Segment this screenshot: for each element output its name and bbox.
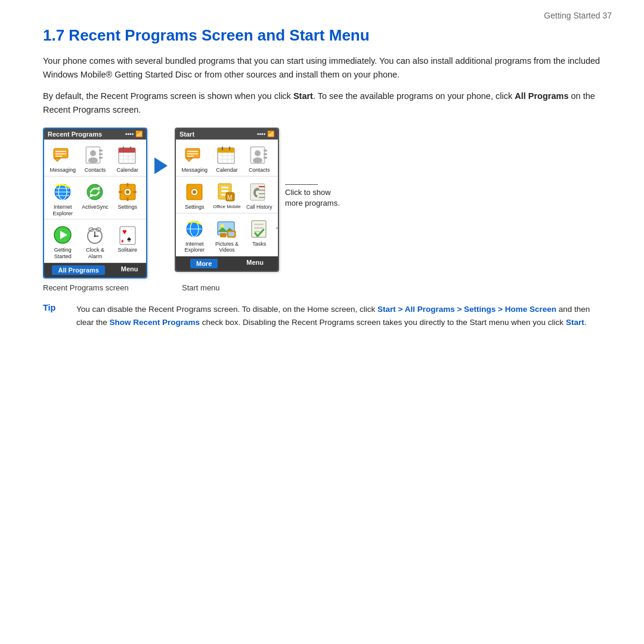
screen2-call-history: Call History [244, 181, 275, 210]
screen2-row1: Messaging [176, 140, 278, 177]
screen1-menu-btn[interactable]: Menu [121, 265, 138, 275]
clock-icon [84, 224, 106, 246]
svg-rect-96 [254, 227, 264, 229]
screen1-solitaire: ♥ ♠ ♦ Solitaire [112, 224, 143, 260]
screen2-office-mobile: M Office Mobile [211, 181, 242, 210]
screen2-row2: Settings M Office Mobile [176, 177, 278, 213]
screen1-settings: Settings [112, 181, 143, 217]
header-text: Getting Started 37 [544, 11, 612, 20]
svg-rect-35 [119, 191, 122, 193]
tip-label: Tip [43, 303, 66, 329]
screen1-settings-label: Settings [118, 204, 138, 210]
svg-point-27 [87, 184, 103, 200]
screen2-calendar: Calendar [211, 144, 242, 174]
svg-point-66 [255, 150, 261, 156]
svg-rect-34 [126, 197, 128, 201]
arrow-right-icon [154, 157, 168, 174]
screen1-getting-started: Getting Started [47, 224, 78, 260]
svg-rect-91 [220, 233, 226, 237]
screen1-row3: Getting Started Clock & Alarm [44, 219, 146, 263]
screen1-activesync: ActiveSync [79, 181, 110, 217]
svg-text:M: M [227, 194, 232, 201]
paragraph-2: By default, the Recent Programs screen i… [43, 89, 601, 117]
svg-rect-33 [126, 183, 128, 187]
captions-row: Recent Programs screen Start menu [43, 283, 601, 292]
screen2-pictures: Pictures & Videos [211, 218, 242, 254]
screen1-contacts-label: Contacts [85, 167, 106, 174]
solitaire-icon: ♥ ♠ ♦ [117, 224, 138, 246]
svg-rect-75 [221, 187, 228, 188]
paragraph-1: Your phone comes with several bundled pr… [43, 54, 601, 82]
chapter-title: 1.7 Recent Programs Screen and Start Men… [43, 26, 601, 45]
screen1-all-programs-btn[interactable]: All Programs [52, 265, 104, 275]
svg-point-8 [88, 157, 98, 163]
callout-area: Click to show more programs. [285, 184, 340, 209]
start-screen: Start ▪▪▪▪ 📶 Messaging [175, 128, 279, 272]
svg-rect-77 [221, 194, 226, 196]
svg-rect-68 [264, 150, 267, 151]
svg-rect-76 [221, 190, 228, 192]
screen2-messaging: Messaging [179, 144, 210, 174]
svg-rect-56 [218, 151, 234, 153]
screen1-row1: Messaging Contacts [44, 140, 146, 177]
svg-rect-70 [264, 157, 267, 159]
screen1-activesync-label: ActiveSync [82, 204, 109, 210]
screen2-titlebar: Start ▪▪▪▪ 📶 [176, 129, 278, 140]
svg-point-73 [193, 190, 196, 194]
svg-rect-9 [99, 150, 103, 151]
svg-rect-14 [119, 151, 135, 153]
screen1-contacts: Contacts [79, 144, 110, 174]
screen1-calendar: Calendar [112, 144, 143, 174]
activesync-icon [84, 181, 106, 203]
screen2-contacts: Contacts [244, 144, 275, 174]
svg-rect-10 [99, 153, 103, 155]
svg-text:♦: ♦ [121, 238, 124, 244]
tip-section: Tip You can disable the Recent Programs … [43, 303, 601, 329]
caption-1: Recent Programs screen [43, 283, 147, 292]
svg-text:♥: ♥ [122, 227, 127, 236]
screen2-tasks: Tasks [244, 218, 275, 254]
svg-text:♠: ♠ [127, 234, 131, 243]
svg-marker-1 [54, 158, 61, 162]
caption-2: Start menu [182, 283, 220, 292]
svg-rect-69 [264, 153, 267, 155]
svg-rect-36 [133, 191, 137, 193]
calendar-icon [117, 144, 138, 166]
screen1-bottombar: All Programs Menu [44, 263, 146, 277]
svg-point-7 [90, 150, 96, 156]
getting-started-icon [52, 224, 73, 246]
svg-marker-50 [185, 158, 193, 162]
screenshots-area: Recent Programs ▪▪▪▪ 📶 Messa [43, 128, 601, 278]
screen1-titlebar: Recent Programs ▪▪▪▪ 📶 [44, 129, 146, 140]
page-header: Getting Started 37 [0, 0, 644, 20]
screen2-menu-btn[interactable]: Menu [246, 259, 264, 268]
screen1-row2: Internet Explorer ActiveSync [44, 177, 146, 220]
settings-icon [117, 181, 138, 203]
screen2-more-btn[interactable]: More [190, 259, 218, 268]
screen1-clock-label: Clock & Alarm [86, 247, 104, 260]
signal-icon: ▪▪▪▪ 📶 [125, 131, 143, 137]
signal-icon2: ▪▪▪▪ 📶 [257, 131, 274, 137]
messaging-icon [52, 144, 73, 166]
recent-programs-screen: Recent Programs ▪▪▪▪ 📶 Messa [43, 128, 147, 278]
contacts-icon [84, 144, 106, 166]
svg-point-32 [126, 190, 129, 194]
screen1-ie: Internet Explorer [47, 181, 78, 217]
screen1-solitaire-label: Solitaire [118, 247, 138, 253]
svg-rect-93 [228, 232, 234, 236]
tip-text: You can disable the Recent Programs scre… [76, 303, 601, 329]
svg-rect-97 [254, 231, 260, 233]
svg-point-67 [253, 157, 262, 163]
svg-rect-95 [254, 224, 264, 225]
arrow-container [147, 157, 175, 174]
screen1-ie-label: Internet Explorer [52, 204, 73, 217]
screen2-ie: Internet Explorer [179, 218, 210, 254]
ie-icon [52, 181, 73, 203]
screen2-bottombar: More Menu [176, 256, 278, 271]
callout-text: Click to show more programs. [285, 187, 340, 209]
screen2-row3: Internet Explorer Pictures & Video [176, 213, 278, 257]
screen1-getting-started-label: Getting Started [54, 247, 72, 260]
screen1-calendar-label: Calendar [117, 167, 139, 174]
screen1-messaging-label: Messaging [49, 167, 76, 174]
screen2-settings: Settings [179, 181, 210, 210]
